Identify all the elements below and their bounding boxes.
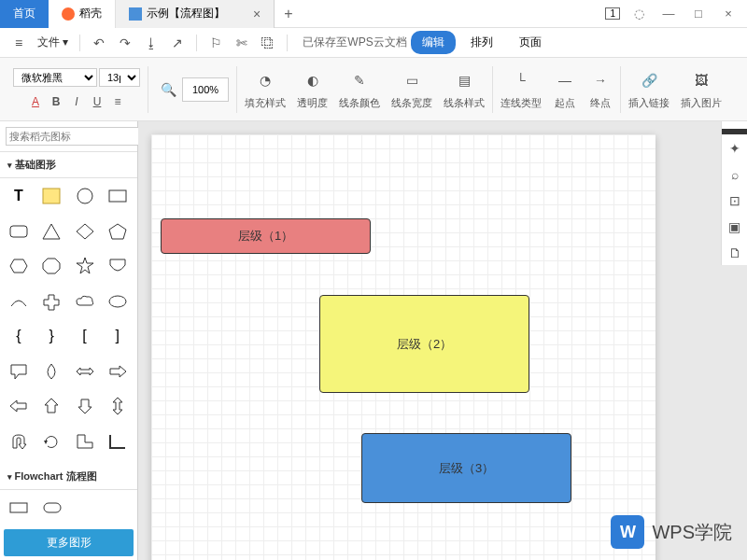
fill-style-group[interactable]: ◔ 填充样式 <box>239 58 291 120</box>
shape-callout[interactable] <box>4 357 34 385</box>
shape-shield[interactable] <box>103 252 133 280</box>
flowchart-doc-icon <box>129 7 142 21</box>
canvas[interactable]: 层级（1） 层级（2） 层级（3） <box>151 134 655 560</box>
svg-rect-0 <box>43 189 60 203</box>
tab-doke[interactable]: 稻壳 <box>49 0 116 28</box>
line-color-group[interactable]: ✎ 线条颜色 <box>333 58 386 120</box>
connector-type-group[interactable]: └ 连线类型 <box>495 58 547 120</box>
ruler-icon[interactable]: ⊡ <box>724 189 746 213</box>
shape-circle[interactable] <box>70 182 100 210</box>
shape-text[interactable]: T <box>4 182 34 210</box>
undo-icon[interactable]: ↶ <box>88 32 110 54</box>
font-size-select[interactable]: 13px <box>99 68 140 87</box>
shape-process[interactable] <box>4 494 34 522</box>
shape-terminator[interactable] <box>37 494 67 522</box>
svg-marker-5 <box>77 224 93 239</box>
canvas-shape-1[interactable]: 层级（1） <box>161 218 371 254</box>
layers-icon[interactable]: ▣ <box>724 215 746 239</box>
shape-cloud[interactable] <box>70 287 100 315</box>
shape-hexagon[interactable] <box>4 252 34 280</box>
notification-badge[interactable]: 1 <box>605 7 620 20</box>
shape-u-turn[interactable] <box>4 427 34 455</box>
search-input[interactable] <box>6 127 142 146</box>
search-box: 🔍 <box>0 121 137 152</box>
tab-document[interactable]: 示例【流程图】 × <box>116 0 275 28</box>
close-window-icon[interactable]: × <box>717 3 740 25</box>
cut-icon[interactable]: ✄ <box>231 32 253 54</box>
format-painter-icon[interactable]: ⚐ <box>204 32 227 54</box>
opacity-group[interactable]: ◐ 透明度 <box>291 58 333 120</box>
copy-icon[interactable]: ⿻ <box>257 32 279 54</box>
minimize-icon[interactable]: — <box>657 3 680 25</box>
navigator-icon[interactable]: ⌕ <box>724 162 746 187</box>
shape-bracket-right[interactable]: ] <box>103 322 133 350</box>
svg-marker-11 <box>44 441 48 444</box>
category-basic-shapes[interactable]: 基础图形 <box>0 152 137 178</box>
category-flowchart[interactable]: Flowchart 流程图 <box>0 464 137 490</box>
shape-brace-right[interactable]: } <box>36 322 66 350</box>
canvas-shape-2[interactable]: 层级（2） <box>319 295 529 393</box>
new-tab-button[interactable]: + <box>275 6 302 22</box>
shape-arrow-left[interactable] <box>4 392 34 420</box>
shape-rounded-rect[interactable] <box>4 217 34 245</box>
shape-arrow-down[interactable] <box>70 392 100 420</box>
more-shapes-button[interactable]: 更多图形 <box>4 529 134 556</box>
close-icon[interactable]: × <box>253 7 261 21</box>
tab-edit[interactable]: 编辑 <box>411 31 456 54</box>
download-icon[interactable]: ⭳ <box>140 32 162 54</box>
canvas-area[interactable]: 层级（1） 层级（2） 层级（3） <box>138 121 747 560</box>
shape-octagon[interactable] <box>36 252 66 280</box>
compass-icon[interactable]: ✦ <box>724 136 746 161</box>
line-width-icon: ▭ <box>400 68 424 92</box>
tab-page[interactable]: 页面 <box>508 31 553 54</box>
font-name-select[interactable]: 微软雅黑 <box>13 68 97 87</box>
shape-bracket-left[interactable]: [ <box>70 322 100 350</box>
user-avatar-icon[interactable]: ◌ <box>627 3 650 25</box>
shape-brace-left[interactable]: { <box>4 322 34 350</box>
fill-bucket-icon: ◔ <box>253 68 277 92</box>
shape-arrow-updown[interactable] <box>103 392 133 420</box>
file-menu[interactable]: 文件 ▾ <box>34 35 72 50</box>
insert-link-group[interactable]: 🔗 插入链接 <box>623 58 675 120</box>
shape-ellipse[interactable] <box>103 287 133 315</box>
export-icon[interactable]: ↗ <box>166 32 189 54</box>
shape-drop[interactable] <box>36 357 66 385</box>
align-button[interactable]: ≡ <box>108 92 127 111</box>
link-icon: 🔗 <box>637 68 661 92</box>
insert-image-group[interactable]: 🖼 插入图片 <box>675 58 727 120</box>
line-width-group[interactable]: ▭ 线条宽度 <box>386 58 438 120</box>
menu-icon[interactable]: ≡ <box>7 32 30 54</box>
shape-rect[interactable] <box>103 182 133 210</box>
shape-pentagon[interactable] <box>103 217 133 245</box>
svg-rect-13 <box>44 503 61 512</box>
end-point-group[interactable]: → 终点 <box>583 58 618 120</box>
canvas-shape-3[interactable]: 层级（3） <box>361 433 571 503</box>
shape-arrow-up[interactable] <box>36 392 66 420</box>
font-color-button[interactable]: A <box>26 92 45 111</box>
svg-marker-6 <box>109 224 126 239</box>
shapes-grid: T { } [ ] <box>0 178 137 464</box>
tab-home[interactable]: 首页 <box>0 0 49 28</box>
italic-button[interactable]: I <box>67 92 86 111</box>
underline-button[interactable]: U <box>88 92 106 111</box>
shape-arc[interactable] <box>4 287 34 315</box>
start-point-group[interactable]: — 起点 <box>547 58 583 120</box>
zoom-out-icon[interactable]: 🔍 <box>156 77 180 102</box>
shape-l[interactable] <box>103 427 133 455</box>
shape-triangle[interactable] <box>36 217 66 245</box>
line-style-group[interactable]: ▤ 线条样式 <box>438 58 490 120</box>
shape-arrow-lr[interactable] <box>70 357 100 385</box>
zoom-input[interactable] <box>182 77 229 102</box>
bold-button[interactable]: B <box>47 92 65 111</box>
redo-icon[interactable]: ↷ <box>114 32 136 54</box>
shape-refresh[interactable] <box>36 427 66 455</box>
shape-note[interactable] <box>36 182 66 210</box>
shape-plus[interactable] <box>36 287 66 315</box>
shape-star[interactable] <box>70 252 100 280</box>
maximize-icon[interactable]: □ <box>687 3 710 25</box>
page-icon[interactable]: 🗋 <box>724 241 746 265</box>
shape-diamond[interactable] <box>70 217 100 245</box>
shape-arrow-right[interactable] <box>103 357 133 385</box>
shape-corner[interactable] <box>70 427 100 455</box>
tab-arrange[interactable]: 排列 <box>459 31 504 54</box>
